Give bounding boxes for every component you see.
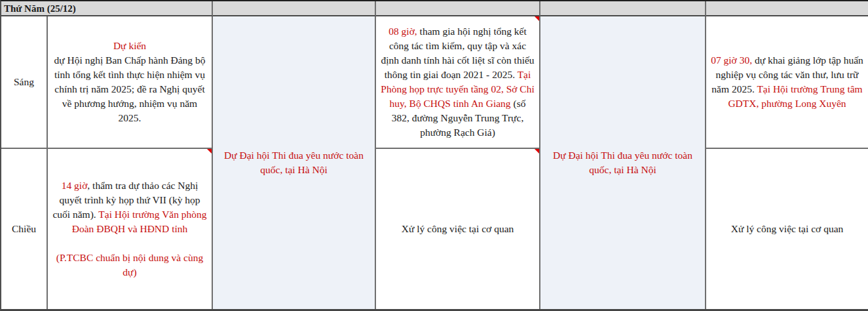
cell-col-a-afternoon[interactable]: 14 giờ, thẩm tra dự thảo các Nghị quyết … [48,149,213,309]
cell-col-d-merged[interactable]: Dự Đại hội Thi đua yêu nước toàn quốc, t… [540,16,706,309]
comment-marker-icon [535,149,539,154]
header-cell-b[interactable] [213,1,376,16]
cell-col-a-morning[interactable]: Dự kiếndự Hội nghị Ban Chấp hành Đảng bộ… [48,16,213,149]
cell-text: 14 giờ, thẩm tra dự thảo các Nghị quyết … [52,178,207,280]
day-label: Thứ Năm (25/12) [4,1,76,16]
cell-text: Dự kiếndự Hội nghị Ban Chấp hành Đảng bộ… [52,39,207,125]
cell-text: 07 giờ 30, dự khai giảng lớp tập huấn ng… [711,53,863,111]
cell-col-e-morning[interactable]: 07 giờ 30, dự khai giảng lớp tập huấn ng… [706,16,868,149]
cell-col-c-afternoon[interactable]: Xử lý công việc tại cơ quan [376,149,540,309]
header-cell-e[interactable] [706,1,868,16]
comment-marker-icon [207,149,212,154]
weekly-schedule-sheet: Thứ Năm (25/12) Sáng Dự kiếndự Hội nghị … [0,0,868,311]
cell-text: Xử lý công việc tại cơ quan [402,222,514,236]
header-day-cell[interactable]: Thứ Năm (25/12) [1,1,213,16]
header-cell-d[interactable] [540,1,706,16]
schedule-table: Thứ Năm (25/12) Sáng Dự kiếndự Hội nghị … [0,0,868,311]
cell-col-c-morning[interactable]: 08 giờ, tham gia hội nghị tổng kết công … [376,16,540,149]
cell-text: Xử lý công việc tại cơ quan [731,222,844,236]
header-cell-c[interactable] [376,1,540,16]
cell-text: Dự Đại hội Thi đua yêu nước toàn quốc, t… [217,148,370,177]
row-label-morning[interactable]: Sáng [1,16,48,149]
comment-marker-icon [535,16,539,21]
cell-col-b-merged[interactable]: Dự Đại hội Thi đua yêu nước toàn quốc, t… [213,16,376,309]
row-label-afternoon[interactable]: Chiều [1,149,48,309]
cell-text: 08 giờ, tham gia hội nghị tổng kết công … [381,24,535,140]
cell-col-e-afternoon[interactable]: Xử lý công việc tại cơ quan [706,149,868,309]
cell-text: Dự Đại hội Thi đua yêu nước toàn quốc, t… [545,148,700,177]
